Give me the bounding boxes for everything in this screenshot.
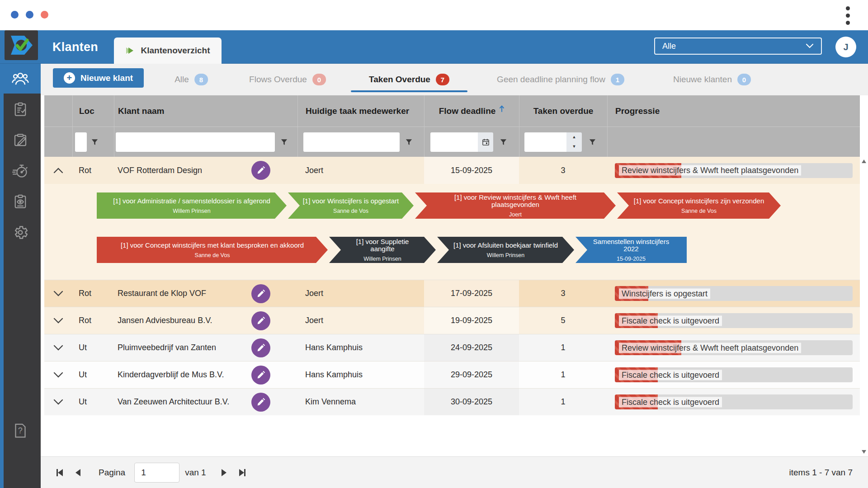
edit-client-button[interactable]: [251, 366, 270, 385]
header-taken-overdue[interactable]: Taken overdue: [519, 95, 607, 127]
pencil-icon: [256, 398, 265, 407]
flow-step[interactable]: [1] voor Winstcijfers is opgestart Sanne…: [288, 192, 414, 219]
window-dots: [11, 11, 48, 19]
header-medewerker[interactable]: Huidige taak medewerker: [297, 95, 424, 127]
cell-loc: Ut: [72, 389, 114, 415]
klant-naam-filter-funnel-icon[interactable]: [280, 138, 288, 146]
sidebar-item-dossier[interactable]: [0, 187, 41, 216]
table-row[interactable]: Rot Jansen Adviesbureau B.V. Joert 19-09…: [44, 307, 860, 334]
loc-filter-funnel-icon[interactable]: [91, 138, 99, 146]
edit-client-button[interactable]: [251, 284, 270, 303]
kebab-menu-icon[interactable]: [846, 6, 850, 25]
tab-nieuwe-klanten[interactable]: Nieuwe klanten 0: [673, 64, 751, 95]
tab-flows-overdue[interactable]: Flows Overdue 0: [249, 64, 326, 95]
vertical-scrollbar[interactable]: [860, 157, 868, 456]
sidebar-item-bewerken[interactable]: [0, 125, 41, 155]
edit-client-button[interactable]: [251, 393, 270, 412]
cell-loc: Ut: [72, 361, 114, 388]
app-logo[interactable]: [5, 30, 38, 60]
cell-deadline: 24-09-2025: [424, 334, 519, 361]
count-badge: 7: [436, 74, 449, 85]
dropdown-value: Alle: [662, 42, 676, 51]
expand-row-icon[interactable]: [53, 318, 63, 324]
count-badge: 0: [737, 74, 751, 85]
cell-loc: Ut: [72, 334, 114, 361]
flow-step[interactable]: [1] voor Concept winstcijfers zijn verzo…: [617, 192, 781, 219]
window-dot-icon[interactable]: [41, 11, 48, 19]
flow-step[interactable]: [1] voor Concept winstcijfers met klant …: [97, 237, 328, 263]
loc-filter-input[interactable]: [75, 132, 87, 152]
tab-klantenoverzicht[interactable]: Klantenoverzicht: [114, 38, 222, 64]
calendar-icon[interactable]: [478, 132, 493, 152]
sidebar-item-tijdregistratie[interactable]: [0, 156, 41, 186]
tab-alle[interactable]: Alle 8: [175, 64, 208, 95]
collapse-row-icon[interactable]: [53, 167, 63, 174]
klant-naam-filter-input[interactable]: [116, 132, 275, 152]
flow-step[interactable]: [1] voor Suppletie aangifte Willem Prins…: [329, 237, 436, 263]
page-input[interactable]: [134, 463, 179, 483]
medewerker-filter-input[interactable]: [303, 132, 400, 152]
previous-page-button[interactable]: [69, 464, 87, 482]
count-badge: 8: [194, 74, 208, 85]
header-filter-dropdown[interactable]: Alle: [654, 38, 822, 55]
expand-row-icon[interactable]: [53, 345, 63, 351]
expand-row-icon[interactable]: [53, 372, 63, 378]
cell-klant-naam: Restaurant de Klop VOF: [114, 280, 297, 307]
flow-step[interactable]: [1] voor Afsluiten boekjaar twinfield Wi…: [437, 237, 574, 263]
sidebar-item-klanten[interactable]: [0, 64, 41, 94]
table-row[interactable]: Ut Van Zeeuwen Architectuur B.V. Kim Ven…: [44, 388, 860, 415]
plus-icon: +: [64, 72, 75, 84]
window-dot-icon[interactable]: [11, 11, 19, 19]
tab-geen-deadline[interactable]: Geen deadline planning flow 1: [497, 64, 624, 95]
table-row[interactable]: Rot VOF Rotterdam Design Joert 15-09-202…: [44, 157, 860, 184]
page-of-label: van 1: [185, 468, 206, 478]
pencil-icon: [256, 371, 265, 380]
cell-loc: Rot: [72, 157, 114, 184]
scrollbar-down-icon[interactable]: [862, 450, 866, 454]
stepper-up-icon[interactable]: ▲: [566, 132, 582, 142]
overdue-filter-input[interactable]: [524, 132, 566, 152]
flow-expansion: [1] voor Administratie / samensteldossie…: [44, 184, 860, 280]
stopwatch-icon: [12, 163, 29, 179]
next-page-button[interactable]: [215, 464, 233, 482]
table-row[interactable]: Ut Pluimveebedrijf van Zanten Hans Kamph…: [44, 334, 860, 361]
edit-client-button[interactable]: [251, 311, 270, 330]
expand-row-icon[interactable]: [53, 291, 63, 297]
main-content: + Nieuwe klant Alle 8 Flows Overdue 0 Ta…: [41, 64, 868, 488]
window-dot-icon[interactable]: [26, 11, 33, 19]
progress-label: Fiscale check is uitgevoerd: [619, 315, 722, 326]
header-loc[interactable]: Loc: [72, 95, 114, 127]
deadline-filter-funnel-icon[interactable]: [500, 138, 507, 146]
sidebar-item-help[interactable]: ?: [0, 416, 41, 446]
header-progressie[interactable]: Progressie: [607, 95, 860, 127]
flow-step[interactable]: [1] voor Administratie / samensteldossie…: [97, 192, 287, 219]
edit-client-button[interactable]: [251, 161, 270, 180]
progress-label: Review winstcijfers & Wwft heeft plaatsg…: [619, 343, 801, 353]
cell-progressie: Winstcijfers is opgestart: [607, 280, 860, 307]
header-klant-naam[interactable]: Klant naam: [114, 95, 297, 127]
sidebar-item-taken[interactable]: [0, 94, 41, 124]
cell-deadline: 29-09-2025: [424, 361, 519, 388]
medewerker-filter-funnel-icon[interactable]: [405, 138, 413, 146]
first-page-button[interactable]: [51, 464, 69, 482]
overdue-filter-funnel-icon[interactable]: [589, 138, 596, 146]
cell-deadline: 19-09-2025: [424, 307, 519, 334]
table-row[interactable]: Rot Restaurant de Klop VOF Joert 17-09-2…: [44, 280, 860, 307]
expand-row-icon[interactable]: [53, 399, 63, 405]
flow-step-current[interactable]: Samenstellen winstcijfers 2022 15-09-202…: [576, 237, 687, 263]
number-stepper: ▲ ▼: [566, 132, 582, 152]
stepper-down-icon[interactable]: ▼: [566, 142, 582, 152]
user-avatar[interactable]: J: [835, 37, 856, 57]
flow-step[interactable]: [1] voor Review winstcijfers & Wwft heef…: [415, 192, 616, 219]
tab-taken-overdue[interactable]: Taken Overdue 7: [369, 64, 449, 95]
last-page-button[interactable]: [233, 464, 251, 482]
scrollbar-up-icon[interactable]: [862, 160, 866, 163]
new-client-button[interactable]: + Nieuwe klant: [53, 68, 144, 88]
sidebar-item-instellingen[interactable]: [0, 217, 41, 247]
cell-overdue: 1: [519, 389, 607, 415]
table-row[interactable]: Ut Kinderdagverblijf de Mus B.V. Hans Ka…: [44, 361, 860, 388]
edit-client-button[interactable]: [251, 338, 270, 357]
cell-deadline: 17-09-2025: [424, 280, 519, 307]
header-flow-deadline[interactable]: Flow deadline: [424, 95, 519, 127]
deadline-filter-input[interactable]: [430, 132, 478, 152]
